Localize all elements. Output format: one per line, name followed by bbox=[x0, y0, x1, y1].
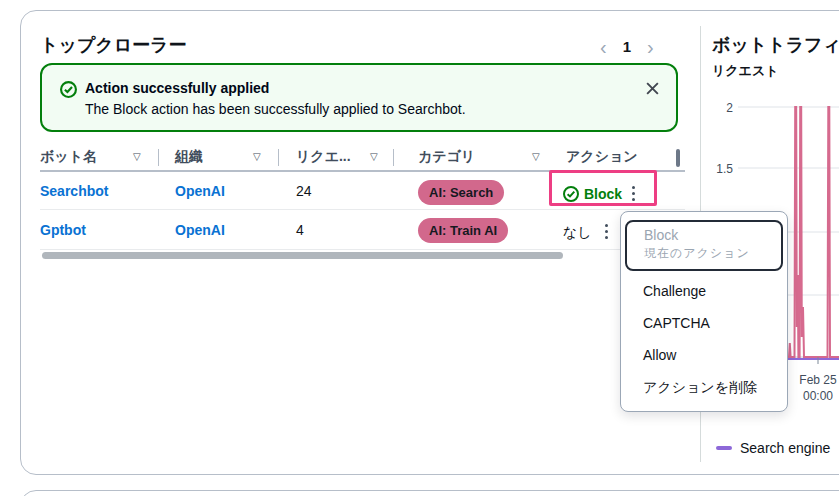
x-tick-date: Feb 25 bbox=[799, 373, 837, 387]
success-check-icon bbox=[60, 81, 77, 101]
x-tick-time: 00:00 bbox=[803, 389, 833, 403]
action-status: Block bbox=[584, 186, 622, 202]
menu-item-label: Block bbox=[644, 227, 764, 243]
alert-message: The Block action has been successfully a… bbox=[85, 101, 466, 117]
action-status: なし bbox=[563, 224, 592, 242]
requests-value: 24 bbox=[296, 183, 312, 199]
row-actions-kebab-icon[interactable] bbox=[599, 220, 614, 243]
legend-line-icon bbox=[716, 446, 732, 450]
table-header-border bbox=[40, 170, 685, 172]
vertical-scrollbar[interactable] bbox=[676, 149, 680, 167]
column-header-action[interactable]: アクション bbox=[566, 148, 638, 166]
legend-label: Search engine bbox=[740, 440, 830, 456]
chart-legend[interactable]: Search engine bbox=[716, 440, 830, 456]
column-header-bot-name[interactable]: ボット名 bbox=[40, 148, 97, 166]
chart-title: ボットトラフィック bbox=[712, 33, 839, 57]
y-tick-2: 2 bbox=[726, 101, 733, 115]
bot-name-link[interactable]: Gptbot bbox=[40, 222, 86, 238]
filter-icon[interactable]: ▽ bbox=[370, 151, 378, 162]
success-alert: Action successfully applied The Block ac… bbox=[40, 63, 678, 132]
next-page-icon[interactable]: › bbox=[647, 39, 654, 55]
chart-y-axis-title: リクエスト bbox=[712, 62, 779, 80]
menu-item-captcha[interactable]: CAPTCHA bbox=[621, 307, 787, 339]
requests-value: 4 bbox=[296, 222, 304, 238]
row-divider bbox=[40, 249, 685, 250]
action-dropdown-menu: Block 現在のアクション Challenge CAPTCHA Allow ア… bbox=[620, 211, 788, 412]
close-icon[interactable] bbox=[645, 81, 660, 99]
row-actions-kebab-icon[interactable] bbox=[626, 182, 641, 205]
filter-icon[interactable]: ▽ bbox=[532, 151, 540, 162]
menu-item-allow[interactable]: Allow bbox=[621, 339, 787, 371]
y-tick-1-5: 1.5 bbox=[716, 162, 733, 176]
page-number[interactable]: 1 bbox=[623, 38, 631, 55]
page-title: トップクローラー bbox=[40, 33, 187, 57]
column-header-category[interactable]: カテゴリ bbox=[418, 148, 475, 166]
filter-icon[interactable]: ▽ bbox=[253, 151, 261, 162]
column-divider bbox=[158, 149, 159, 166]
column-header-requests[interactable]: リクエ... bbox=[296, 148, 351, 166]
organization-link[interactable]: OpenAI bbox=[175, 183, 225, 199]
horizontal-scrollbar[interactable] bbox=[42, 252, 563, 259]
pagination: ‹ 1 › bbox=[600, 38, 654, 55]
next-widget-card bbox=[20, 490, 839, 496]
bot-name-link[interactable]: Searchbot bbox=[40, 183, 108, 199]
alert-title: Action successfully applied bbox=[85, 80, 269, 96]
filter-icon[interactable]: ▽ bbox=[133, 151, 141, 162]
prev-page-icon[interactable]: ‹ bbox=[600, 39, 607, 55]
column-divider bbox=[393, 149, 394, 166]
menu-item-challenge[interactable]: Challenge bbox=[621, 275, 787, 307]
menu-item-sublabel: 現在のアクション bbox=[644, 245, 764, 262]
menu-item-remove-action[interactable]: アクションを削除 bbox=[621, 371, 787, 405]
menu-item-block-current[interactable]: Block 現在のアクション bbox=[625, 220, 783, 271]
column-divider bbox=[278, 149, 279, 166]
organization-link[interactable]: OpenAI bbox=[175, 222, 225, 238]
row-divider bbox=[40, 209, 685, 210]
category-badge: AI: Train AI bbox=[418, 218, 508, 243]
column-header-organization[interactable]: 組織 bbox=[175, 148, 203, 166]
category-badge: AI: Search bbox=[418, 180, 504, 205]
block-check-icon bbox=[563, 186, 579, 205]
